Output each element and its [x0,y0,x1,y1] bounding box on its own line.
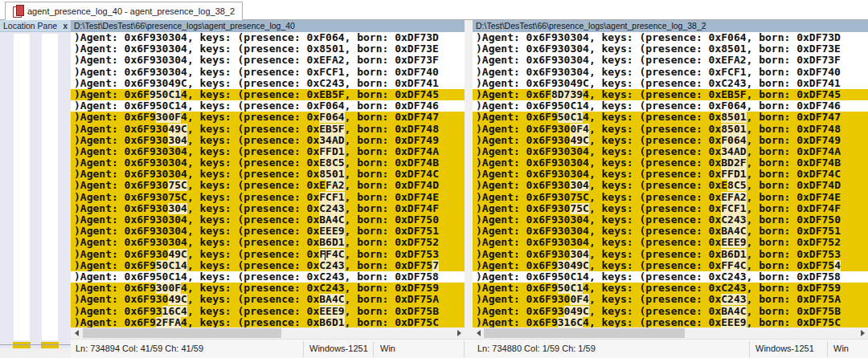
diff-line[interactable]: )Agent: 0x6F9316C4, keys: (presence: 0xE… [71,306,465,317]
left-file-content[interactable]: )Agent: 0x6F930304, keys: (presence: 0xF… [71,32,465,327]
left-encoding-status: Windows-1251 [309,344,368,353]
right-line-col-status: Ln: 734880 Col: 1/59 Ch: 1/59 [477,344,596,353]
location-diff-marker-right[interactable] [41,342,59,348]
location-pane-header: Location Pane x [0,20,71,32]
diff-line[interactable]: )Agent: 0x6F930304, keys: (presence: 0xC… [473,214,868,226]
diff-line[interactable]: )Agent: 0x6F8D7394, keys: (presence: 0xE… [473,89,868,100]
diff-line[interactable]: )Agent: 0x6F93075C, keys: (presence: 0xE… [71,180,465,191]
diff-line[interactable]: )Agent: 0x6F950C14, keys: (presence: 0xF… [473,100,868,112]
diff-line[interactable]: )Agent: 0x6F93075C, keys: (presence: 0xF… [71,192,465,203]
scroll-right-arrow-icon[interactable] [453,327,465,339]
diff-line[interactable]: )Agent: 0x6F93049C, keys: (presence: 0xF… [473,135,868,146]
winmerge-window: agent_presence_log_40 - agent_presence_l… [0,0,868,358]
diff-line[interactable]: )Agent: 0x6F930304, keys: (presence: 0xF… [71,146,465,157]
diff-line[interactable]: )Agent: 0x6F9300F4, keys: (presence: 0xC… [71,283,465,294]
right-scrollbar-thumb[interactable] [484,328,685,338]
tab-title: agent_presence_log_40 - agent_presence_l… [27,6,235,16]
diff-line[interactable]: )Agent: 0x6F950C14, keys: (presence: 0xC… [473,271,868,283]
diff-line[interactable]: )Agent: 0x6F93075C, keys: (presence: 0xE… [473,192,868,203]
diff-line[interactable]: )Agent: 0x6F93049C, keys: (presence: 0xC… [71,78,465,89]
diff-line[interactable]: )Agent: 0x6F930304, keys: (presence: 0xC… [71,203,465,214]
diff-line[interactable]: )Agent: 0x6F930304, keys: (presence: 0xF… [71,32,465,43]
right-horizontal-scrollbar[interactable] [473,327,868,339]
tab-bar: agent_presence_log_40 - agent_presence_l… [0,0,868,20]
diff-line[interactable]: )Agent: 0x6F950C14, keys: (presence: 0xC… [71,271,465,283]
diff-line[interactable]: )Agent: 0x6F930304, keys: (presence: 0xB… [473,226,868,237]
left-pane-status: Ln: 734894 Col: 41/59 Ch: 41/59 Windows-… [71,340,470,358]
scroll-right-arrow-icon[interactable] [857,327,868,339]
winmerge-file-compare-icon [13,5,23,17]
diff-line[interactable]: )Agent: 0x6F950C14, keys: (presence: 0xC… [473,283,868,294]
diff-line[interactable]: )Agent: 0x6F930304, keys: (presence: 0x8… [71,43,465,55]
diff-line[interactable]: )Agent: 0x6F930304, keys: (presence: 0xE… [473,180,868,191]
location-diff-marker-left[interactable] [13,342,31,348]
diff-line[interactable]: )Agent: 0x6F93075C, keys: (presence: 0xF… [473,203,868,214]
diff-line[interactable]: )Agent: 0x6F930304, keys: (presence: 0x8… [473,43,868,55]
diff-line[interactable]: )Agent: 0x6F930304, keys: (presence: 0xB… [71,214,465,226]
right-eol-status: Win [833,344,849,353]
diff-line[interactable]: )Agent: 0x6F930304, keys: (presence: 0xE… [71,55,465,66]
left-file-pane: D:\Test\DesTest\66\presence_logs\agent_p… [71,20,465,339]
diff-line[interactable]: )Agent: 0x6F930304, keys: (presence: 0xF… [473,67,868,78]
left-scrollbar-thumb[interactable] [83,328,281,338]
diff-line[interactable]: )Agent: 0x6F950C14, keys: (presence: 0xF… [71,100,465,112]
diff-line[interactable]: )Agent: 0x6F930304, keys: (presence: 0xB… [473,249,868,260]
diff-line[interactable]: )Agent: 0x6F9300F4, keys: (presence: 0x8… [473,124,868,135]
compare-tab[interactable]: agent_presence_log_40 - agent_presence_l… [5,2,243,20]
status-bar: Ln: 734894 Col: 41/59 Ch: 41/59 Windows-… [71,339,868,358]
diff-line[interactable]: )Agent: 0x6F93049C, keys: (presence: 0xF… [71,249,465,260]
diff-line[interactable]: )Agent: 0x6F950C14, keys: (presence: 0xE… [71,89,465,100]
diff-line[interactable]: )Agent: 0x6F930304, keys: (presence: 0xF… [473,32,868,43]
scroll-left-arrow-icon[interactable] [71,327,82,339]
left-horizontal-scrollbar[interactable] [71,327,465,339]
location-pane-title: Location Pane [3,21,57,31]
diff-line[interactable]: )Agent: 0x6F950C14, keys: (presence: 0xC… [71,260,465,271]
left-eol-status: Win [380,344,395,353]
diff-line[interactable]: )Agent: 0x6F930304, keys: (presence: 0xB… [473,157,868,169]
diff-line[interactable]: )Agent: 0x6F930304, keys: (presence: 0x8… [71,169,465,180]
left-line-col-status: Ln: 734894 Col: 41/59 Ch: 41/59 [76,344,203,353]
diff-line[interactable]: )Agent: 0x6F930304, keys: (presence: 0x3… [71,135,465,146]
location-pane: Location Pane x [0,20,71,348]
diff-line[interactable]: )Agent: 0x6F93049C, keys: (presence: 0xF… [473,260,868,271]
right-encoding-status: Windows-1251 [755,344,814,353]
pane-splitter[interactable] [465,20,473,339]
diff-line[interactable]: )Agent: 0x6F930304, keys: (presence: 0xE… [473,55,868,66]
right-file-content[interactable]: )Agent: 0x6F930304, keys: (presence: 0xF… [473,32,868,327]
scroll-left-arrow-icon[interactable] [473,327,484,339]
diff-line[interactable]: )Agent: 0x6F930304, keys: (presence: 0xE… [71,157,465,169]
diff-line[interactable]: )Agent: 0x6F930304, keys: (presence: 0xE… [71,226,465,237]
diff-line[interactable]: )Agent: 0x6F9300F4, keys: (presence: 0xF… [71,112,465,123]
diff-line[interactable]: )Agent: 0x6F930304, keys: (presence: 0xB… [71,237,465,248]
diff-line[interactable]: )Agent: 0x6F9316C4, keys: (presence: 0xE… [473,317,868,327]
right-file-path-header: D:\Test\DesTest\66\presence_logs\agent_p… [473,20,868,32]
diff-line[interactable]: )Agent: 0x6F9300F4, keys: (presence: 0xC… [473,294,868,305]
location-view-position-line [0,344,71,345]
diff-line[interactable]: )Agent: 0x6F930304, keys: (presence: 0x3… [473,146,868,157]
left-file-path-header: D:\Test\DesTest\66\presence_logs\agent_p… [71,20,465,32]
location-map-left-file[interactable] [14,34,30,340]
right-file-pane: D:\Test\DesTest\66\presence_logs\agent_p… [473,20,868,339]
diff-line[interactable]: )Agent: 0x6F93049C, keys: (presence: 0xC… [473,78,868,89]
diff-line[interactable]: )Agent: 0x6F950C14, keys: (presence: 0x8… [473,112,868,123]
diff-line[interactable]: )Agent: 0x6F930304, keys: (presence: 0xF… [473,169,868,180]
location-pane-close-button[interactable]: x [63,22,68,31]
diff-line[interactable]: )Agent: 0x6F93049C, keys: (presence: 0xB… [71,294,465,305]
diff-line[interactable]: )Agent: 0x6F930304, keys: (presence: 0xF… [71,67,465,78]
right-pane-status: Ln: 734880 Col: 1/59 Ch: 1/59 Windows-12… [470,340,868,358]
diff-line[interactable]: )Agent: 0x6F930304, keys: (presence: 0xE… [473,237,868,248]
diff-line[interactable]: )Agent: 0x6F93049C, keys: (presence: 0xB… [473,306,868,317]
location-map-right-file[interactable] [42,34,58,340]
diff-line[interactable]: )Agent: 0x6F92FFA4, keys: (presence: 0xB… [71,317,465,327]
diff-line[interactable]: )Agent: 0x6F93049C, keys: (presence: 0xE… [71,124,465,135]
